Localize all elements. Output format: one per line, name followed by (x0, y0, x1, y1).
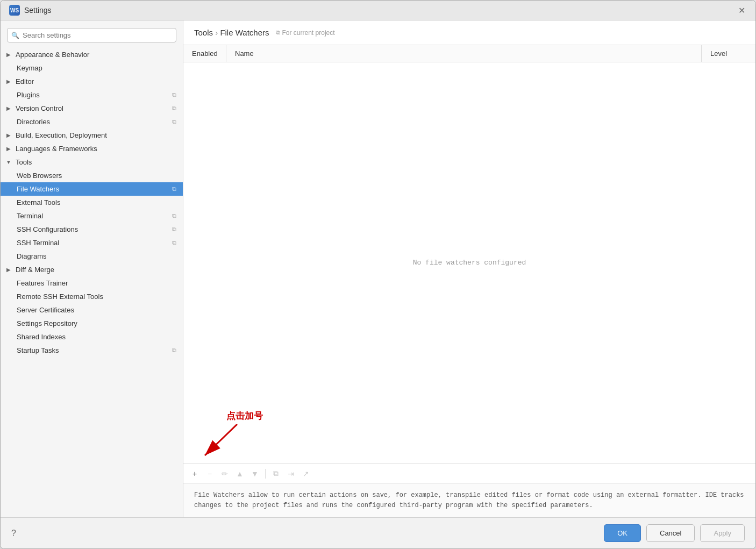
sidebar-item-terminal[interactable]: Terminal ⧉ (1, 209, 183, 223)
add-button[interactable]: + (188, 467, 202, 480)
sidebar-item-label: Directories (17, 118, 50, 126)
apply-button[interactable]: Apply (700, 524, 745, 542)
sidebar-item-label: Keymap (17, 64, 42, 72)
sidebar-item-shared-indexes[interactable]: Shared Indexes (1, 330, 183, 344)
sidebar-item-ssh-configurations[interactable]: SSH Configurations ⧉ (1, 223, 183, 236)
copy-icon: ⧉ (172, 118, 176, 125)
sidebar-item-languages[interactable]: ▶ Languages & Frameworks (1, 142, 183, 155)
toolbar-separator (265, 469, 266, 479)
arrow-icon: ▶ (5, 146, 12, 152)
app-icon: WS (9, 5, 20, 16)
sidebar-item-diff-merge[interactable]: ▶ Diff & Merge (1, 263, 183, 276)
title-bar-left: WS Settings (9, 5, 52, 16)
breadcrumb-parent: Tools (194, 28, 213, 37)
project-label: ⧉ For current project (276, 29, 335, 37)
search-input[interactable] (7, 28, 176, 42)
sidebar-item-label: Diagrams (17, 252, 47, 260)
footer: ? OK Cancel Apply (1, 517, 755, 548)
sidebar-item-keymap[interactable]: Keymap (1, 61, 183, 75)
toolbar-buttons: + − ✏ ▲ ▼ ⧉ ⇥ ↗ (188, 467, 751, 480)
copy-button[interactable]: ⧉ (269, 467, 283, 480)
toolbar-area: 点击加号 + − ✏ (183, 464, 755, 483)
main-content: 🔍 ▶ Appearance & Behavior Keymap ▶ Edito… (1, 20, 755, 517)
title-bar: WS Settings ✕ (1, 1, 755, 20)
sidebar-item-label: Tools (16, 158, 32, 166)
copy-icon: ⧉ (172, 239, 176, 246)
search-icon: 🔍 (11, 32, 19, 39)
edit-button[interactable]: ✏ (218, 467, 232, 480)
sidebar-item-tools[interactable]: ▼ Tools (1, 155, 183, 169)
sidebar-item-label: Version Control (16, 104, 63, 112)
breadcrumb-separator: › (215, 28, 220, 37)
sidebar-item-label: File Watchers (17, 185, 59, 193)
sidebar-item-plugins[interactable]: Plugins ⧉ (1, 88, 183, 102)
arrow-icon: ▼ (5, 159, 12, 165)
sidebar-item-build[interactable]: ▶ Build, Execution, Deployment (1, 129, 183, 142)
sidebar-item-label: Diff & Merge (16, 266, 54, 274)
copy-icon: ⧉ (172, 212, 176, 219)
sidebar-item-ssh-terminal[interactable]: SSH Terminal ⧉ (1, 236, 183, 249)
arrow-icon: ▶ (5, 52, 12, 58)
col-level-header: Level (702, 45, 755, 62)
settings-dialog: WS Settings ✕ 🔍 ▶ Appearance & Behavior … (0, 0, 756, 549)
panel-header: Tools › File Watchers ⧉ For current proj… (183, 20, 755, 45)
sidebar-item-diagrams[interactable]: Diagrams (1, 249, 183, 263)
sidebar-item-editor[interactable]: ▶ Editor (1, 75, 183, 88)
ok-button[interactable]: OK (604, 524, 641, 542)
sidebar-item-label: Remote SSH External Tools (17, 293, 103, 301)
import-button[interactable]: ⇥ (284, 467, 298, 480)
sidebar-item-label: Shared Indexes (17, 333, 66, 341)
sidebar-item-features-trainer[interactable]: Features Trainer (1, 276, 183, 290)
sidebar-item-label: Server Certificates (17, 306, 74, 314)
copy-icon: ⧉ (172, 226, 176, 233)
arrow-icon: ▶ (5, 132, 12, 138)
move-down-button[interactable]: ▼ (248, 467, 262, 480)
sidebar-item-label: Languages & Frameworks (16, 145, 97, 153)
sidebar-item-directories[interactable]: Directories ⧉ (1, 115, 183, 129)
description-text: File Watchers allow to run certain actio… (194, 491, 744, 509)
search-box: 🔍 (7, 28, 176, 42)
sidebar-item-label: Editor (16, 77, 34, 85)
sidebar-item-label: Startup Tasks (17, 346, 59, 354)
right-panel: Tools › File Watchers ⧉ For current proj… (183, 20, 755, 517)
arrow-icon: ▶ (5, 79, 12, 84)
sidebar-item-label: SSH Configurations (17, 225, 78, 233)
export-button[interactable]: ↗ (299, 467, 313, 480)
copy-icon: ⧉ (172, 186, 176, 192)
breadcrumb: Tools › File Watchers (194, 28, 269, 37)
sidebar-item-startup-tasks[interactable]: Startup Tasks ⧉ (1, 344, 183, 357)
window-title: Settings (24, 6, 52, 15)
description-area: File Watchers allow to run certain actio… (183, 483, 755, 517)
move-up-button[interactable]: ▲ (233, 467, 247, 480)
sidebar-item-label: Settings Repository (17, 319, 77, 327)
sidebar: 🔍 ▶ Appearance & Behavior Keymap ▶ Edito… (1, 20, 183, 517)
empty-message: No file watchers configured (413, 259, 526, 267)
sidebar-item-appearance[interactable]: ▶ Appearance & Behavior (1, 48, 183, 61)
sidebar-item-settings-repository[interactable]: Settings Repository (1, 317, 183, 330)
sidebar-item-file-watchers[interactable]: File Watchers ⧉ (1, 182, 183, 196)
arrow-icon: ▶ (5, 267, 12, 273)
footer-buttons: OK Cancel Apply (604, 524, 745, 542)
sidebar-item-label: External Tools (17, 198, 60, 206)
help-button[interactable]: ? (11, 529, 16, 538)
sidebar-item-label: Terminal (17, 212, 43, 220)
breadcrumb-current: File Watchers (220, 28, 269, 37)
sidebar-item-version-control[interactable]: ▶ Version Control ⧉ (1, 102, 183, 115)
arrow-icon: ▶ (5, 105, 12, 111)
sidebar-item-web-browsers[interactable]: Web Browsers (1, 169, 183, 182)
sidebar-item-server-certificates[interactable]: Server Certificates (1, 303, 183, 317)
col-name-header: Name (226, 45, 702, 62)
remove-button[interactable]: − (203, 467, 217, 480)
sidebar-item-remote-ssh[interactable]: Remote SSH External Tools (1, 290, 183, 303)
table-header: Enabled Name Level (183, 45, 755, 62)
sidebar-item-label: SSH Terminal (17, 239, 59, 247)
sidebar-item-label: Build, Execution, Deployment (16, 131, 107, 139)
col-enabled-header: Enabled (183, 45, 226, 62)
close-button[interactable]: ✕ (736, 5, 747, 16)
copy-icon: ⧉ (172, 347, 176, 354)
sidebar-item-label: Features Trainer (17, 279, 68, 287)
sidebar-item-label: Appearance & Behavior (16, 51, 89, 59)
cancel-button[interactable]: Cancel (646, 524, 695, 542)
sidebar-item-external-tools[interactable]: External Tools (1, 196, 183, 209)
copy-icon: ⧉ (172, 105, 176, 112)
